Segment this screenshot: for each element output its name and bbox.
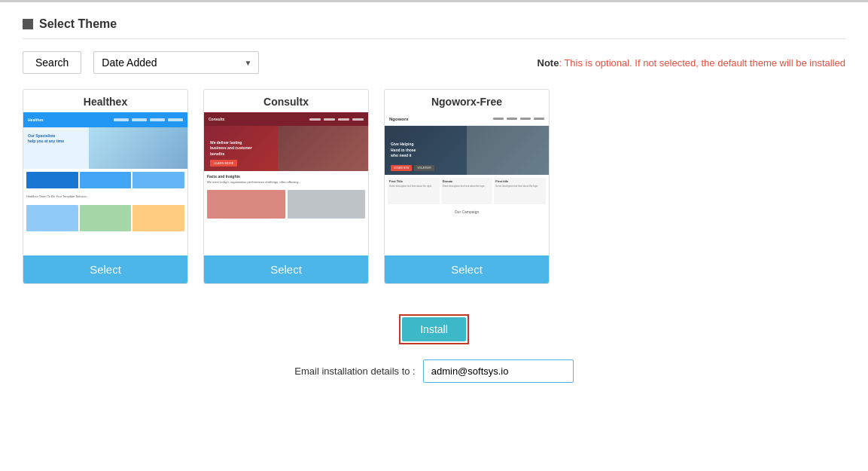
search-button[interactable]: Search (23, 51, 81, 74)
email-input[interactable] (423, 359, 574, 383)
consultx-hero: We deliver lastingbusiness and customerb… (204, 126, 368, 171)
email-row: Email installation details to : (23, 359, 845, 383)
sort-wrapper: Date Added Name Popularity (93, 51, 259, 74)
ngoworx-hero: Give HelpingHand to thosewho need it DON… (385, 126, 549, 175)
healthex-body: Healthex Team To Be Your Template Soluti… (23, 191, 187, 202)
theme-title-consultx: Consultx (204, 90, 368, 112)
theme-card-ngoworx: Ngoworx-Free Ngoworx Give HelpingHand to… (384, 89, 550, 284)
email-label: Email installation details to : (294, 365, 415, 377)
themes-grid: Healthex Healthex Our Specialistshelp yo… (23, 89, 845, 284)
note-content: : This is optional. If not selected, the… (559, 57, 845, 69)
consultx-header: Consultx (204, 112, 368, 126)
ngoworx-header: Ngoworx (385, 112, 549, 126)
theme-title-healthex: Healthex (23, 90, 187, 112)
theme-card-healthex: Healthex Healthex Our Specialistshelp yo… (23, 89, 188, 284)
select-button-healthex[interactable]: Select (23, 255, 187, 283)
section-header: Select Theme (23, 17, 845, 39)
note-label: Note (538, 57, 559, 69)
theme-title-ngoworx: Ngoworx-Free (385, 90, 549, 112)
healthex-header: Healthex (23, 112, 187, 127)
consultx-imgs (204, 187, 368, 222)
healthex-imgs (23, 202, 187, 234)
select-button-ngoworx[interactable]: Select (385, 255, 549, 283)
page-container: Select Theme Search Date Added Name Popu… (0, 2, 868, 421)
ngoworx-cards: First Title Some description text here a… (385, 175, 549, 207)
install-button-wrapper: Install (399, 314, 469, 344)
theme-card-consultx: Consultx Consultx We deliver lastingbusi… (203, 89, 369, 284)
toolbar: Search Date Added Name Popularity Note: … (23, 51, 845, 74)
install-button[interactable]: Install (402, 317, 466, 341)
consultx-section: Facts and Insights We meet today's organ… (204, 171, 368, 187)
page-title: Select Theme (39, 17, 117, 31)
theme-preview-ngoworx: Ngoworx Give HelpingHand to thosewho nee… (385, 112, 549, 255)
minus-icon (23, 19, 33, 29)
theme-preview-healthex: Healthex Our Specialistshelp you at any … (23, 112, 187, 255)
theme-preview-consultx: Consultx We deliver lastingbusiness and … (204, 112, 368, 255)
install-section: Install Email installation details to : (23, 314, 845, 383)
ngoworx-campaign: Our Campaign (385, 207, 549, 216)
healthex-cards (23, 169, 187, 191)
sort-select[interactable]: Date Added Name Popularity (93, 51, 259, 74)
select-button-consultx[interactable]: Select (204, 255, 368, 283)
healthex-hero: Our Specialistshelp you at any time (23, 127, 187, 169)
note-text: Note: This is optional. If not selected,… (538, 57, 845, 69)
